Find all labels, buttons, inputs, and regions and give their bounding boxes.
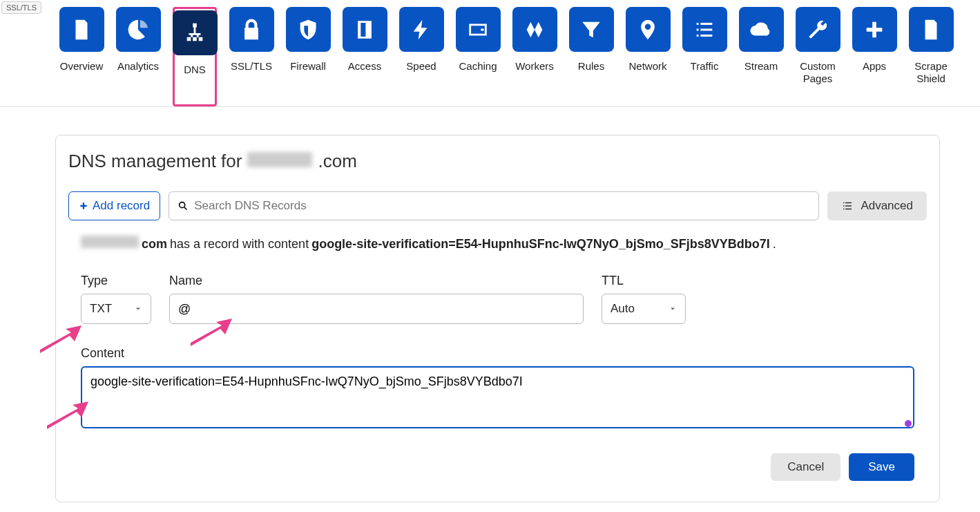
shield-icon [296,18,320,41]
record-notice: com has a record with content google-sit… [81,236,927,252]
ttl-field: TTL Auto [602,274,686,324]
sitemap-icon [183,21,206,45]
nav-label: SSL/TLS [231,60,272,73]
nav-label: Caching [459,60,497,73]
pin-icon [636,18,660,41]
list-icon [693,18,716,41]
svg-point-0 [180,202,185,208]
type-label: Type [81,274,151,288]
nav-item-ssl-tls[interactable]: SSL/TLS [229,7,273,106]
title-prefix: DNS management for [68,151,242,172]
content-label: Content [81,346,927,361]
nav-item-workers[interactable]: Workers [512,7,557,106]
form-actions: Cancel Save [68,453,927,481]
nav-item-speed[interactable]: Speed [399,7,443,106]
cloud-icon [749,18,773,41]
funnel-icon [579,18,603,41]
nav-label: Overview [60,60,104,73]
nav-item-network[interactable]: Network [626,7,670,106]
nav-item-firewall[interactable]: Firewall [286,7,330,106]
annotation-arrow [37,322,85,359]
nav-item-access[interactable]: Access [343,7,387,106]
domain-suffix: .com [318,151,356,172]
dns-toolbar: Add record Advanced [68,191,927,220]
bolt-icon [410,18,433,41]
content-textarea[interactable] [81,366,914,428]
nav-item-overview[interactable]: Overview [59,7,104,106]
search-input[interactable] [194,192,810,220]
wrench-icon [806,18,829,41]
nav-label: Network [628,60,666,73]
type-select[interactable]: TXT [81,294,151,324]
name-input[interactable] [169,294,584,324]
nav-label: Rules [578,60,604,73]
chevron-down-icon [134,305,142,313]
advanced-button[interactable]: Advanced [827,191,927,220]
name-label: Name [169,274,584,288]
type-value: TXT [90,302,112,316]
notice-text: has a record with content [170,237,309,252]
add-record-label: Add record [93,199,150,213]
nav-label: Apps [863,60,886,73]
nav-label: Analytics [117,60,159,73]
pie-chart-icon [126,18,150,41]
redacted-domain [247,152,312,167]
add-record-button[interactable]: Add record [68,191,160,220]
nav-label: Custom Pages [796,60,840,85]
nav-item-analytics[interactable]: Analytics [116,7,160,106]
nav-label: DNS [184,64,206,76]
notice-record-value: google-site-verification=E54-HupnhuSFnc-… [311,237,770,252]
clipboard-icon [70,18,93,41]
plus-icon [79,201,88,211]
cancel-button[interactable]: Cancel [771,453,840,481]
nav-item-traffic[interactable]: Traffic [682,7,727,106]
nav-item-rules[interactable]: Rules [569,7,613,106]
redacted-domain-small [81,236,139,248]
nav-item-custom-pages[interactable]: Custom Pages [796,7,840,106]
lock-icon [240,18,263,41]
workers-icon [523,18,546,41]
document-icon [919,18,943,41]
nav-item-stream[interactable]: Stream [739,7,783,106]
ssl-tls-badge: SSL/TLS [1,1,41,14]
resize-handle-dot [905,420,912,427]
settings-list-icon [841,200,854,212]
door-icon [353,18,376,41]
advanced-label: Advanced [861,199,913,213]
top-nav: Overview Analytics DNS SSL/TLS Firewall … [0,0,980,107]
drive-icon [466,18,490,41]
nav-label: Firewall [290,60,326,73]
nav-item-apps[interactable]: Apps [852,7,896,106]
ttl-label: TTL [602,274,686,288]
search-icon [177,200,189,211]
nav-item-dns[interactable]: DNS [173,7,217,106]
nav-label: Traffic [691,60,719,73]
notice-period: . [773,237,776,252]
nav-label: Scrape Shield [909,60,953,85]
plus-icon [863,18,886,41]
panel-title: DNS management for .com [68,151,927,172]
nav-item-scrape-shield[interactable]: Scrape Shield [909,7,953,106]
chevron-down-icon [669,305,677,313]
name-field: Name [169,274,584,324]
nav-label: Access [348,60,381,73]
dns-form-row: Type TXT Name TTL Auto [68,274,927,324]
search-wrapper[interactable] [169,191,819,220]
nav-item-caching[interactable]: Caching [456,7,500,106]
nav-label: Speed [406,60,436,73]
dns-management-panel: DNS management for .com Add record Advan… [55,135,940,502]
nav-label: Stream [744,60,778,73]
save-button[interactable]: Save [849,453,914,481]
notice-domain-suffix: com [142,237,167,252]
type-field: Type TXT [81,274,151,324]
ttl-select[interactable]: Auto [602,294,686,324]
ttl-value: Auto [611,302,635,316]
nav-label: Workers [515,60,554,73]
